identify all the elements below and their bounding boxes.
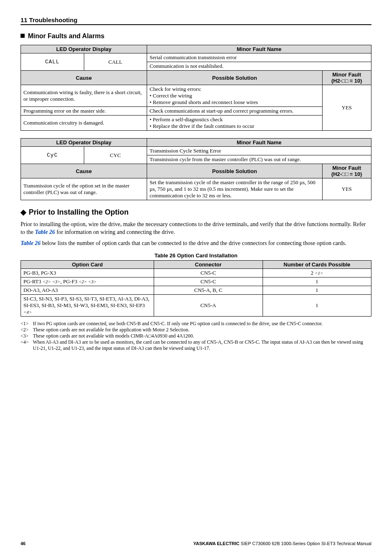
led-segment-display: CyC <box>21 147 84 164</box>
para2-text-b: below lists the number of option cards t… <box>41 240 346 246</box>
fault-name-1: Transmission Cycle Setting Error <box>147 147 371 155</box>
fault-code: CALL <box>84 53 147 71</box>
footnote-tag: <2> <box>21 327 33 333</box>
col-cause: Cause <box>21 71 147 85</box>
table-row: SI-C3, SI-N3, SI-P3, SI-S3, SI-T3, SI-ET… <box>21 294 371 316</box>
paragraph-1: Prior to installing the option, wire the… <box>21 221 371 236</box>
option-card-table: Option Card Connector Number of Cards Po… <box>21 260 371 317</box>
footnote-text: These option cards are not available wit… <box>33 333 371 339</box>
prior-install-heading: ◆Prior to Installing the Option <box>21 208 371 217</box>
cell-connector: CN5-C <box>154 268 263 277</box>
footnote-text: When AI-A3 and DI-A3 are to be used as m… <box>33 339 371 352</box>
cell-option: PG-B3, PG-X3 <box>21 268 154 277</box>
minor-faults-heading: Minor Faults and Alarms <box>21 32 371 40</box>
cell-option: DO-A3, AO-A3 <box>21 286 154 294</box>
footnote-row: <1> If two PG option cards are connected… <box>21 321 371 327</box>
table-row: PG-B3, PG-X3 CN5-C 2 <1> <box>21 268 371 277</box>
cell-count: 1 <box>263 286 371 294</box>
minor-faults-label: Minor Faults and Alarms <box>28 32 104 39</box>
footnote-tag: <1> <box>21 321 33 327</box>
fault-name-2: Communication is not established. <box>147 62 371 71</box>
solution-1: Set the transmission cycle of the master… <box>147 178 323 200</box>
para1-text-b: for information on wiring and connecting… <box>55 229 175 235</box>
cell-connector: CN5-A <box>154 294 263 316</box>
col-led-display: LED Operator Display <box>21 45 147 53</box>
table-row: DO-A3, AO-A3 CN5-A, B, C 1 <box>21 286 371 294</box>
footnote-row: <4> When AI-A3 and DI-A3 are to be used … <box>21 339 371 352</box>
diamond-bullet-icon: ◆ <box>21 208 26 217</box>
cell-count: 1 <box>263 294 371 316</box>
paragraph-2: Table 26 below lists the number of optio… <box>21 240 371 247</box>
fault-code: CYC <box>84 147 147 164</box>
footnotes: <1> If two PG option cards are connected… <box>21 321 371 352</box>
col-minor-fault: Minor Fault (H2-□□ = 10) <box>322 71 371 85</box>
col-minor-fault: Minor Fault (H2-□□ = 10) <box>322 164 371 178</box>
cell-connector: CN5-A, B, C <box>154 286 263 294</box>
solution-1: Check for wiring errors: • Correct the w… <box>147 85 323 107</box>
col-minor-fault-name: Minor Fault Name <box>147 139 371 147</box>
fault-table-cyc: LED Operator Display Minor Fault Name Cy… <box>21 138 371 200</box>
cell-option: PG-RT3 <2> <3>, PG-F3 <2> <3> <box>21 277 154 286</box>
cell-count: 2 <1> <box>263 268 371 277</box>
minor-fault-yes: YES <box>322 178 371 200</box>
col-led-display: LED Operator Display <box>21 139 147 147</box>
cause-1: Transmission cycle of the option set in … <box>21 178 147 200</box>
solution-2: Check communications at start-up and cor… <box>147 107 323 116</box>
col-minor-fault-name: Minor Fault Name <box>147 45 371 53</box>
table-row: PG-RT3 <2> <3>, PG-F3 <2> <3> CN5-C 1 <box>21 277 371 286</box>
fault-table-call: LED Operator Display Minor Fault Name CA… <box>21 45 371 131</box>
col-solution: Possible Solution <box>147 164 323 178</box>
footnote-row: <3> These option cards are not available… <box>21 333 371 339</box>
cause-3: Communication circuitry is damaged. <box>21 116 147 131</box>
footnote-tag: <3> <box>21 333 33 339</box>
cell-count: 1 <box>263 277 371 286</box>
footnote-tag: <4> <box>21 339 33 352</box>
footnote-row: <2> These option cards are not available… <box>21 327 371 333</box>
square-bullet-icon <box>21 34 25 38</box>
cause-1: Communication wiring is faulty, there is… <box>21 85 147 107</box>
solution-3: • Perform a self-diagnostics check • Rep… <box>147 116 323 131</box>
table-26-link-2[interactable]: Table 26 <box>21 240 41 246</box>
footnote-text: These option cards are not available for… <box>33 327 371 333</box>
col-num-cards: Number of Cards Possible <box>263 260 371 268</box>
cell-option: SI-C3, SI-N3, SI-P3, SI-S3, SI-T3, SI-ET… <box>21 294 154 316</box>
col-cause: Cause <box>21 164 147 178</box>
fault-name-1: Serial communication transmission error <box>147 53 371 62</box>
col-connector: Connector <box>154 260 263 268</box>
col-solution: Possible Solution <box>147 71 323 85</box>
section-header: 11 Troubleshooting <box>21 16 371 25</box>
cause-2: Programming error on the master side. <box>21 107 147 116</box>
led-segment-display: CALL <box>21 53 84 71</box>
minor-fault-yes: YES <box>322 85 371 131</box>
footnote-text: If two PG option cards are connected, us… <box>33 321 371 327</box>
prior-install-label: Prior to Installing the Option <box>29 208 129 216</box>
fault-name-2: Transmission cycle from the master contr… <box>147 155 371 164</box>
table-26-link[interactable]: Table 26 <box>35 229 55 235</box>
table-26-caption: Table 26 Option Card Installation <box>21 252 371 259</box>
cell-connector: CN5-C <box>154 277 263 286</box>
col-option-card: Option Card <box>21 260 154 268</box>
